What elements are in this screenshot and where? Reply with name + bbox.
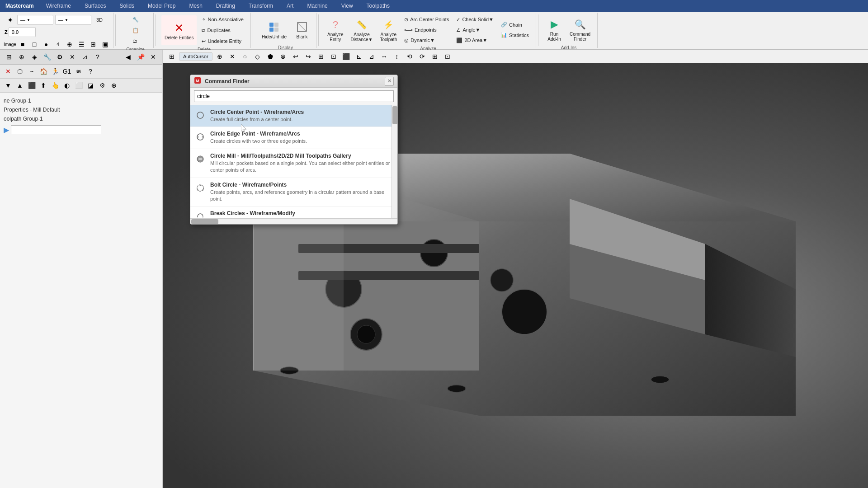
dialog-close-button[interactable]: ✕ xyxy=(385,77,394,86)
result-icon-3 xyxy=(195,154,206,164)
result-title-1: Circle Center Point - Wireframe/Arcs xyxy=(210,109,393,115)
results-container: Circle Center Point - Wireframe/Arcs Cre… xyxy=(190,105,397,218)
results-scrollbar[interactable] xyxy=(392,105,397,218)
command-finder-dialog: M Command Finder ✕ xyxy=(190,75,398,225)
result-text-5: Break Circles - Wireframe/Modify xyxy=(210,210,393,217)
dialog-results-list: Circle Center Point - Wireframe/Arcs Cre… xyxy=(190,105,397,218)
svg-point-27 xyxy=(197,112,203,118)
result-icon-5 xyxy=(195,211,206,218)
result-desc-2: Create circles with two or three edge po… xyxy=(210,138,393,145)
result-icon-4 xyxy=(195,183,206,193)
result-desc-4: Create points, arcs, and reference geome… xyxy=(210,189,393,203)
command-search-input[interactable] xyxy=(194,90,394,102)
dialog-titlebar: M Command Finder ✕ xyxy=(190,75,397,88)
result-text-2: Circle Edge Point - Wireframe/Arcs Creat… xyxy=(210,131,393,145)
result-item-4[interactable]: Bolt Circle - Wireframe/Points Create po… xyxy=(190,178,397,207)
dialog-title: Command Finder xyxy=(205,78,381,84)
result-title-5: Break Circles - Wireframe/Modify xyxy=(210,210,393,216)
svg-point-29 xyxy=(198,136,199,138)
result-title-2: Circle Edge Point - Wireframe/Arcs xyxy=(210,131,393,137)
svg-rect-32 xyxy=(198,158,202,160)
result-desc-3: Mill circular pockets based on a single … xyxy=(210,160,393,174)
result-text-1: Circle Center Point - Wireframe/Arcs Cre… xyxy=(210,109,393,123)
result-item-2[interactable]: Circle Edge Point - Wireframe/Arcs Creat… xyxy=(190,127,397,149)
svg-text:M: M xyxy=(196,79,199,83)
svg-point-30 xyxy=(202,136,203,138)
result-item-3[interactable]: Circle Mill - Mill/Toolpaths/2D/2D Mill … xyxy=(190,149,397,178)
result-title-3: Circle Mill - Mill/Toolpaths/2D/2D Mill … xyxy=(210,153,393,159)
dialog-title-icon: M xyxy=(194,77,201,85)
dialog-overlay: M Command Finder ✕ xyxy=(0,0,868,488)
result-text-3: Circle Mill - Mill/Toolpaths/2D/2D Mill … xyxy=(210,153,393,174)
svg-point-34 xyxy=(200,184,201,186)
dialog-search-area xyxy=(190,88,397,105)
svg-point-36 xyxy=(203,189,204,190)
svg-point-35 xyxy=(197,189,198,190)
result-desc-1: Create full circles from a center point. xyxy=(210,116,393,123)
result-item-1[interactable]: Circle Center Point - Wireframe/Arcs Cre… xyxy=(190,105,397,127)
result-icon-2 xyxy=(195,131,206,142)
result-title-4: Bolt Circle - Wireframe/Points xyxy=(210,182,393,188)
result-text-4: Bolt Circle - Wireframe/Points Create po… xyxy=(210,182,393,203)
result-icon-1 xyxy=(195,110,206,121)
dialog-bottom-scrollbar[interactable] xyxy=(190,218,397,224)
bottom-scrollbar-thumb[interactable] xyxy=(191,219,218,224)
scrollbar-thumb[interactable] xyxy=(392,106,397,124)
result-item-5[interactable]: Break Circles - Wireframe/Modify xyxy=(190,206,397,218)
